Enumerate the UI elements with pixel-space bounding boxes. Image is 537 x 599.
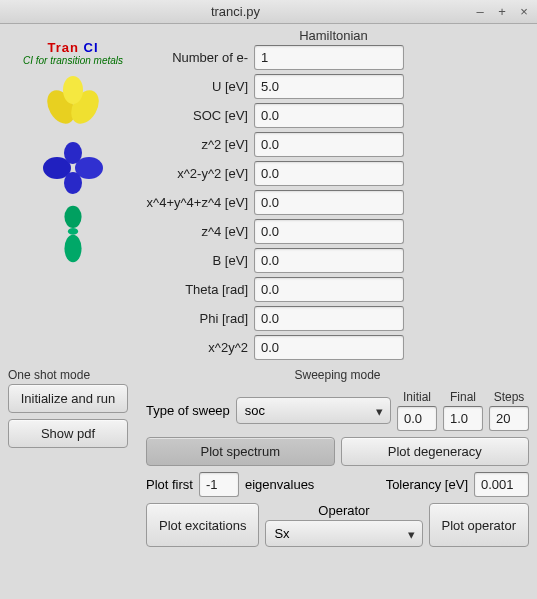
ham-input-5[interactable] — [254, 190, 404, 215]
sweep-title: Sweeping mode — [294, 368, 380, 382]
ham-label-8: Theta [rad] — [138, 282, 248, 297]
svg-point-5 — [64, 142, 82, 164]
initial-label: Initial — [403, 390, 431, 404]
svg-point-7 — [64, 206, 81, 228]
initialize-run-button[interactable]: Initialize and run — [8, 384, 128, 413]
svg-point-6 — [64, 172, 82, 194]
ham-input-7[interactable] — [254, 248, 404, 273]
logo-panel: Tran CI CI for transition metals — [8, 28, 138, 364]
show-pdf-button[interactable]: Show pdf — [8, 419, 128, 448]
plot-degeneracy-button[interactable]: Plot degeneracy — [341, 437, 530, 466]
ham-label-3: z^2 [eV] — [138, 137, 248, 152]
svg-point-8 — [68, 228, 78, 235]
final-input[interactable] — [443, 406, 483, 431]
ham-input-6[interactable] — [254, 219, 404, 244]
eigenvalues-label: eigenvalues — [245, 477, 314, 492]
logo-text: Tran CI CI for transition metals — [23, 34, 123, 66]
close-button[interactable]: × — [515, 3, 533, 21]
orbital-blue-icon — [43, 138, 103, 198]
ham-input-10[interactable] — [254, 335, 404, 360]
ham-input-1[interactable] — [254, 74, 404, 99]
type-of-sweep-label: Type of sweep — [146, 403, 230, 418]
sweep-panel: Sweeping mode Type of sweep soc Initial … — [146, 368, 529, 547]
type-of-sweep-select[interactable]: soc — [236, 397, 391, 424]
tolerancy-label: Tolerancy [eV] — [386, 477, 468, 492]
svg-point-9 — [64, 235, 81, 262]
plot-first-label: Plot first — [146, 477, 193, 492]
minimize-button[interactable]: – — [471, 3, 489, 21]
plot-operator-button[interactable]: Plot operator — [429, 503, 529, 547]
ham-input-3[interactable] — [254, 132, 404, 157]
ham-label-10: x^2y^2 — [138, 340, 248, 355]
ham-label-4: x^2-y^2 [eV] — [138, 166, 248, 181]
oneshot-panel: One shot mode Initialize and run Show pd… — [8, 368, 138, 547]
initial-input[interactable] — [397, 406, 437, 431]
ham-label-9: Phi [rad] — [138, 311, 248, 326]
orbital-yellow-icon — [43, 72, 103, 132]
hamiltonian-title: Hamiltonian — [138, 28, 529, 43]
ham-input-9[interactable] — [254, 306, 404, 331]
maximize-button[interactable]: + — [493, 3, 511, 21]
oneshot-title: One shot mode — [8, 368, 138, 382]
ham-input-2[interactable] — [254, 103, 404, 128]
ham-label-0: Number of e- — [138, 50, 248, 65]
plot-first-input[interactable] — [199, 472, 239, 497]
operator-select[interactable]: Sx — [265, 520, 422, 547]
ham-label-5: x^4+y^4+z^4 [eV] — [138, 195, 248, 210]
ham-label-6: z^4 [eV] — [138, 224, 248, 239]
plot-spectrum-button[interactable]: Plot spectrum — [146, 437, 335, 466]
final-label: Final — [450, 390, 476, 404]
steps-label: Steps — [494, 390, 525, 404]
svg-point-2 — [63, 76, 83, 104]
orbital-green-icon — [43, 204, 103, 264]
steps-input[interactable] — [489, 406, 529, 431]
title-bar: tranci.py – + × — [0, 0, 537, 24]
operator-label: Operator — [318, 503, 369, 518]
plot-excitations-button[interactable]: Plot excitations — [146, 503, 259, 547]
ham-label-1: U [eV] — [138, 79, 248, 94]
ham-label-2: SOC [eV] — [138, 108, 248, 123]
ham-input-0[interactable] — [254, 45, 404, 70]
window-title: tranci.py — [0, 4, 471, 19]
tolerancy-input[interactable] — [474, 472, 529, 497]
ham-input-4[interactable] — [254, 161, 404, 186]
hamiltonian-panel: Hamiltonian Number of e-U [eV]SOC [eV]z^… — [138, 28, 529, 364]
ham-label-7: B [eV] — [138, 253, 248, 268]
ham-input-8[interactable] — [254, 277, 404, 302]
